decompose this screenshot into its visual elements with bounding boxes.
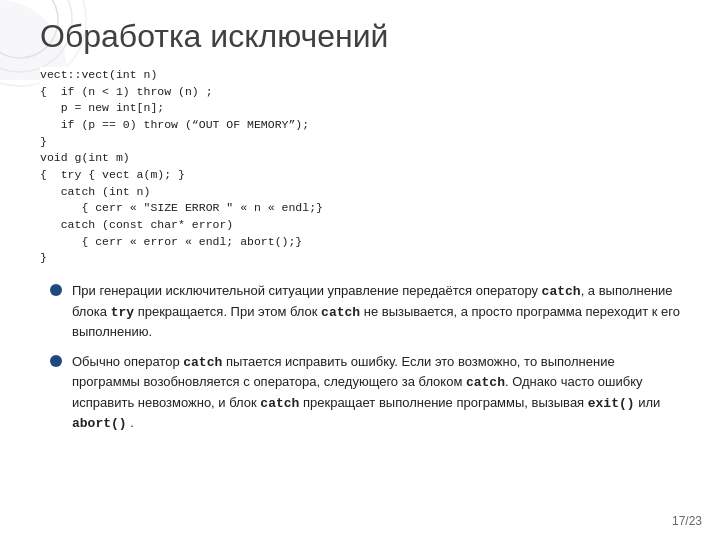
bullet-dot-0 xyxy=(50,284,62,296)
code-block: vect::vect(int n) { if (n < 1) throw (n)… xyxy=(40,67,680,267)
bullet-text-1: Обычно оператор catch пытается исправить… xyxy=(72,352,680,434)
slide-container: Обработка исключений vect::vect(int n) {… xyxy=(0,0,720,540)
slide-title: Обработка исключений xyxy=(40,18,680,55)
bullet-item-0: При генерации исключительной ситуации уп… xyxy=(50,281,680,342)
bullet-text-0: При генерации исключительной ситуации уп… xyxy=(72,281,680,342)
bullet-dot-1 xyxy=(50,355,62,367)
bullet-item-1: Обычно оператор catch пытается исправить… xyxy=(50,352,680,434)
page-number: 17/23 xyxy=(672,514,702,528)
bullet-list: При генерации исключительной ситуации уп… xyxy=(50,281,680,434)
